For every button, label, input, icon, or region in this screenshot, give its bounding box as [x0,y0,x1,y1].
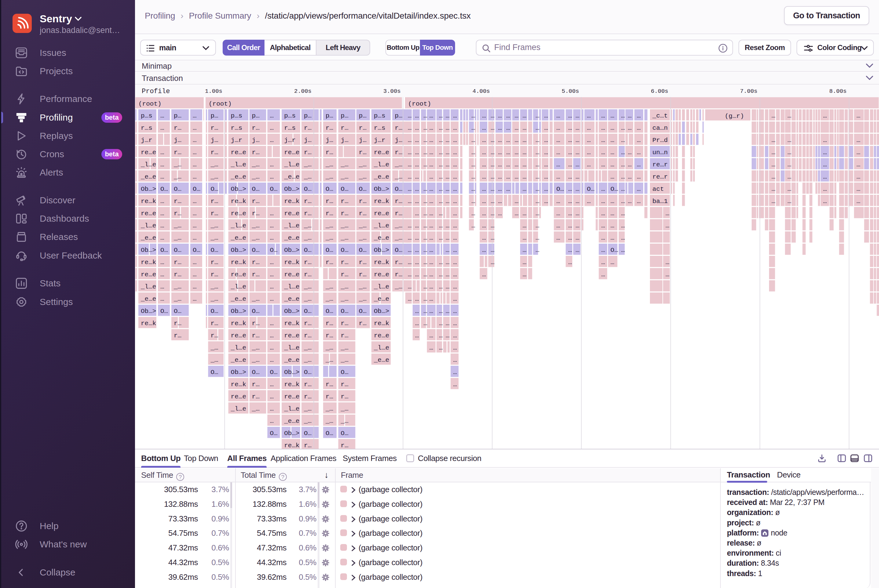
svg-text:…: … [471,112,475,119]
svg-text:r…: r… [359,259,367,266]
svg-text:…: … [491,137,495,144]
svg-text:_…: _… [304,222,311,229]
svg-text:r…: r… [395,124,402,132]
svg-text:…: … [423,137,427,144]
svg-text:O…: O… [326,247,333,254]
svg-text:_…: _… [341,344,349,351]
svg-text:p…: p… [341,112,349,119]
svg-text:…: … [453,308,457,315]
svg-text:r…: r… [341,124,349,132]
svg-text:…: … [610,234,615,242]
svg-text:…: … [270,393,273,400]
svg-text:re…k: re…k [374,320,389,327]
svg-text:re…e: re…e [231,149,246,156]
svg-text:_l…e: _l…e [374,161,389,168]
svg-text:_e…e: _e…e [231,234,246,242]
svg-text:…: … [576,186,580,193]
svg-text:r…: r… [210,124,218,132]
svg-text:_…: _… [341,173,349,180]
svg-text:…: … [610,173,615,180]
svg-text:re…k: re…k [141,259,156,266]
svg-text:O…: O… [359,308,367,315]
svg-text:…: … [544,161,548,168]
svg-text:_l…e: _l…e [374,222,389,229]
svg-text:…: … [568,137,572,144]
svg-text:…: … [601,247,605,254]
svg-text:…: … [423,222,427,229]
svg-text:_…: _… [252,161,260,168]
svg-text:…: … [430,259,433,266]
svg-text:…: … [544,149,548,156]
svg-text:r…: r… [341,259,349,266]
svg-text:re…k: re…k [284,442,299,449]
svg-text:_…: _… [210,344,218,351]
svg-text:…: … [491,186,495,193]
svg-text:_…: _… [304,173,311,180]
svg-text:r…s: r…s [231,124,242,132]
svg-text:…: … [160,161,164,168]
svg-text:…: … [621,161,625,168]
svg-text:…: … [515,198,518,205]
svg-text:…: … [498,149,502,156]
svg-text:_e…e: _e…e [140,234,156,242]
svg-text:…: … [482,161,486,168]
svg-text:j…: j… [341,137,349,144]
svg-text:…: … [160,124,164,132]
svg-text:…: … [482,149,486,156]
svg-text:…: … [160,222,164,229]
svg-text:…: … [666,259,670,266]
svg-text:_e…e: _e…e [374,296,389,303]
svg-text:…: … [270,357,273,364]
svg-text:…: … [856,149,860,156]
svg-text:…: … [453,271,457,278]
svg-text:…: … [535,137,539,144]
svg-text:…: … [568,247,572,254]
svg-text:…: … [423,161,427,168]
svg-text:…: … [666,222,670,229]
svg-text:r…: r… [395,259,402,266]
svg-text:…: … [453,198,457,205]
svg-text:…: … [628,173,632,180]
svg-text:…: … [523,234,527,242]
svg-text:…: … [430,173,433,180]
svg-text:re…k: re…k [141,198,156,205]
svg-text:…: … [423,320,427,327]
svg-text:p…: p… [304,112,311,119]
svg-text:re…k: re…k [284,381,299,388]
svg-text:_…: _… [252,296,260,303]
svg-text:_e…e: _e…e [140,296,156,303]
svg-text:r…: r… [341,271,349,278]
svg-text:…: … [482,186,486,193]
svg-text:…: … [601,112,605,119]
svg-text:…: … [506,112,510,119]
svg-text:…: … [856,137,860,144]
svg-text:…: … [576,234,580,242]
svg-text:…: … [446,332,449,339]
svg-text:…: … [430,124,433,132]
svg-text:…: … [535,112,539,119]
svg-text:…: … [576,124,580,132]
svg-text:O…: O… [341,186,349,193]
svg-text:…: … [439,344,443,351]
svg-text:_l…e: _l…e [231,161,246,168]
svg-text:_…: _… [173,296,182,303]
svg-text:…: … [430,112,433,119]
svg-text:…: … [415,271,419,278]
svg-text:…: … [523,222,527,229]
svg-text:…: … [637,124,641,132]
svg-text:re…e: re…e [231,332,246,339]
svg-text:r…: r… [304,198,311,205]
svg-text:…: … [446,234,449,242]
svg-text:r…: r… [174,124,182,132]
svg-text:…: … [423,210,427,217]
svg-text:r…: r… [326,149,333,156]
svg-text:…: … [601,210,605,217]
svg-text:r…: r… [326,320,333,327]
svg-text:…: … [446,161,449,168]
svg-text:…: … [439,259,443,266]
svg-text:…: … [823,137,827,144]
svg-text:…: … [637,186,641,193]
svg-text:_…: _… [325,222,333,229]
svg-text:_c…t: _c…t [652,112,668,119]
svg-text:p…: p… [326,112,333,119]
